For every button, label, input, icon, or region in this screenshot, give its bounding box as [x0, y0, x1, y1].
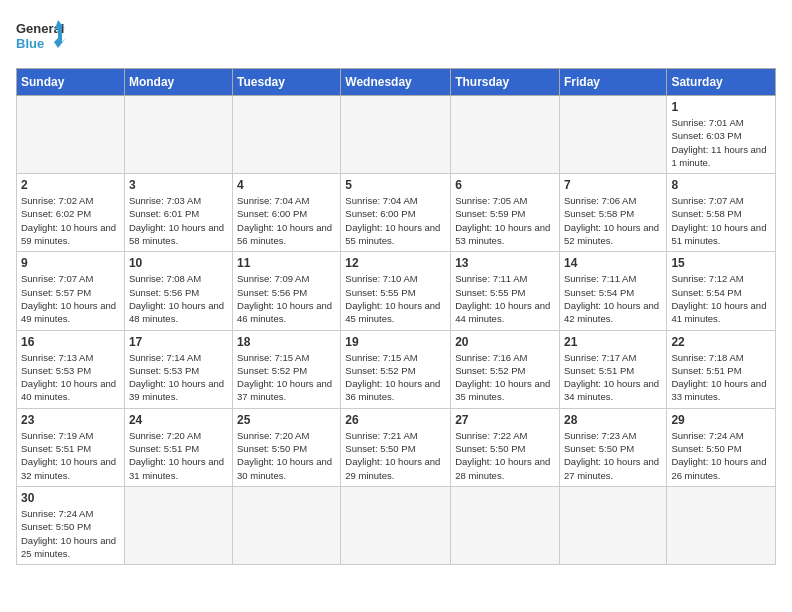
- day-info: Sunrise: 7:22 AMSunset: 5:50 PMDaylight:…: [455, 429, 555, 482]
- day-info: Sunrise: 7:13 AMSunset: 5:53 PMDaylight:…: [21, 351, 120, 404]
- calendar-week-row: 1Sunrise: 7:01 AMSunset: 6:03 PMDaylight…: [17, 96, 776, 174]
- calendar-day-cell: 28Sunrise: 7:23 AMSunset: 5:50 PMDayligh…: [559, 408, 666, 486]
- day-info: Sunrise: 7:07 AMSunset: 5:58 PMDaylight:…: [671, 194, 771, 247]
- calendar-day-cell: 9Sunrise: 7:07 AMSunset: 5:57 PMDaylight…: [17, 252, 125, 330]
- calendar-day-cell: [451, 96, 560, 174]
- calendar-week-row: 16Sunrise: 7:13 AMSunset: 5:53 PMDayligh…: [17, 330, 776, 408]
- calendar-day-cell: 15Sunrise: 7:12 AMSunset: 5:54 PMDayligh…: [667, 252, 776, 330]
- day-info: Sunrise: 7:15 AMSunset: 5:52 PMDaylight:…: [237, 351, 336, 404]
- day-info: Sunrise: 7:24 AMSunset: 5:50 PMDaylight:…: [21, 507, 120, 560]
- day-info: Sunrise: 7:11 AMSunset: 5:55 PMDaylight:…: [455, 272, 555, 325]
- day-number: 5: [345, 178, 446, 192]
- calendar-day-cell: [17, 96, 125, 174]
- day-info: Sunrise: 7:16 AMSunset: 5:52 PMDaylight:…: [455, 351, 555, 404]
- calendar-header-cell: Thursday: [451, 69, 560, 96]
- day-info: Sunrise: 7:06 AMSunset: 5:58 PMDaylight:…: [564, 194, 662, 247]
- calendar-header-cell: Wednesday: [341, 69, 451, 96]
- day-number: 12: [345, 256, 446, 270]
- calendar-day-cell: 1Sunrise: 7:01 AMSunset: 6:03 PMDaylight…: [667, 96, 776, 174]
- calendar-day-cell: 2Sunrise: 7:02 AMSunset: 6:02 PMDaylight…: [17, 174, 125, 252]
- calendar-table: SundayMondayTuesdayWednesdayThursdayFrid…: [16, 68, 776, 565]
- day-number: 8: [671, 178, 771, 192]
- day-number: 10: [129, 256, 228, 270]
- day-info: Sunrise: 7:15 AMSunset: 5:52 PMDaylight:…: [345, 351, 446, 404]
- day-number: 2: [21, 178, 120, 192]
- day-number: 29: [671, 413, 771, 427]
- day-info: Sunrise: 7:05 AMSunset: 5:59 PMDaylight:…: [455, 194, 555, 247]
- day-number: 30: [21, 491, 120, 505]
- calendar-week-row: 23Sunrise: 7:19 AMSunset: 5:51 PMDayligh…: [17, 408, 776, 486]
- day-number: 14: [564, 256, 662, 270]
- calendar-day-cell: 18Sunrise: 7:15 AMSunset: 5:52 PMDayligh…: [233, 330, 341, 408]
- calendar-header-cell: Friday: [559, 69, 666, 96]
- calendar-day-cell: 3Sunrise: 7:03 AMSunset: 6:01 PMDaylight…: [124, 174, 232, 252]
- day-info: Sunrise: 7:23 AMSunset: 5:50 PMDaylight:…: [564, 429, 662, 482]
- calendar-day-cell: [124, 96, 232, 174]
- calendar-header-cell: Tuesday: [233, 69, 341, 96]
- calendar-day-cell: 4Sunrise: 7:04 AMSunset: 6:00 PMDaylight…: [233, 174, 341, 252]
- day-number: 3: [129, 178, 228, 192]
- calendar-day-cell: 26Sunrise: 7:21 AMSunset: 5:50 PMDayligh…: [341, 408, 451, 486]
- day-number: 1: [671, 100, 771, 114]
- day-info: Sunrise: 7:12 AMSunset: 5:54 PMDaylight:…: [671, 272, 771, 325]
- calendar-day-cell: 10Sunrise: 7:08 AMSunset: 5:56 PMDayligh…: [124, 252, 232, 330]
- day-number: 4: [237, 178, 336, 192]
- day-info: Sunrise: 7:14 AMSunset: 5:53 PMDaylight:…: [129, 351, 228, 404]
- calendar-header-row: SundayMondayTuesdayWednesdayThursdayFrid…: [17, 69, 776, 96]
- day-number: 19: [345, 335, 446, 349]
- day-info: Sunrise: 7:04 AMSunset: 6:00 PMDaylight:…: [237, 194, 336, 247]
- day-info: Sunrise: 7:04 AMSunset: 6:00 PMDaylight:…: [345, 194, 446, 247]
- calendar-day-cell: [667, 486, 776, 564]
- day-number: 17: [129, 335, 228, 349]
- day-number: 26: [345, 413, 446, 427]
- calendar-day-cell: 24Sunrise: 7:20 AMSunset: 5:51 PMDayligh…: [124, 408, 232, 486]
- day-number: 18: [237, 335, 336, 349]
- day-number: 6: [455, 178, 555, 192]
- calendar-day-cell: 12Sunrise: 7:10 AMSunset: 5:55 PMDayligh…: [341, 252, 451, 330]
- day-number: 22: [671, 335, 771, 349]
- day-number: 13: [455, 256, 555, 270]
- day-info: Sunrise: 7:07 AMSunset: 5:57 PMDaylight:…: [21, 272, 120, 325]
- calendar-day-cell: 19Sunrise: 7:15 AMSunset: 5:52 PMDayligh…: [341, 330, 451, 408]
- calendar-header-cell: Monday: [124, 69, 232, 96]
- day-number: 16: [21, 335, 120, 349]
- calendar-day-cell: [341, 486, 451, 564]
- page-header: General Blue: [16, 16, 776, 58]
- day-number: 27: [455, 413, 555, 427]
- day-number: 7: [564, 178, 662, 192]
- logo: General Blue: [16, 16, 68, 58]
- day-info: Sunrise: 7:19 AMSunset: 5:51 PMDaylight:…: [21, 429, 120, 482]
- calendar-day-cell: 8Sunrise: 7:07 AMSunset: 5:58 PMDaylight…: [667, 174, 776, 252]
- calendar-day-cell: 14Sunrise: 7:11 AMSunset: 5:54 PMDayligh…: [559, 252, 666, 330]
- day-number: 21: [564, 335, 662, 349]
- calendar-day-cell: 21Sunrise: 7:17 AMSunset: 5:51 PMDayligh…: [559, 330, 666, 408]
- calendar-day-cell: 7Sunrise: 7:06 AMSunset: 5:58 PMDaylight…: [559, 174, 666, 252]
- calendar-day-cell: [124, 486, 232, 564]
- calendar-day-cell: [341, 96, 451, 174]
- day-info: Sunrise: 7:03 AMSunset: 6:01 PMDaylight:…: [129, 194, 228, 247]
- day-info: Sunrise: 7:21 AMSunset: 5:50 PMDaylight:…: [345, 429, 446, 482]
- calendar-day-cell: 30Sunrise: 7:24 AMSunset: 5:50 PMDayligh…: [17, 486, 125, 564]
- day-number: 23: [21, 413, 120, 427]
- calendar-day-cell: [233, 486, 341, 564]
- day-number: 28: [564, 413, 662, 427]
- calendar-day-cell: 20Sunrise: 7:16 AMSunset: 5:52 PMDayligh…: [451, 330, 560, 408]
- calendar-day-cell: [233, 96, 341, 174]
- calendar-day-cell: 11Sunrise: 7:09 AMSunset: 5:56 PMDayligh…: [233, 252, 341, 330]
- day-info: Sunrise: 7:20 AMSunset: 5:50 PMDaylight:…: [237, 429, 336, 482]
- calendar-day-cell: 29Sunrise: 7:24 AMSunset: 5:50 PMDayligh…: [667, 408, 776, 486]
- day-number: 24: [129, 413, 228, 427]
- calendar-header-cell: Sunday: [17, 69, 125, 96]
- calendar-day-cell: 6Sunrise: 7:05 AMSunset: 5:59 PMDaylight…: [451, 174, 560, 252]
- calendar-day-cell: 22Sunrise: 7:18 AMSunset: 5:51 PMDayligh…: [667, 330, 776, 408]
- calendar-day-cell: 27Sunrise: 7:22 AMSunset: 5:50 PMDayligh…: [451, 408, 560, 486]
- calendar-day-cell: 16Sunrise: 7:13 AMSunset: 5:53 PMDayligh…: [17, 330, 125, 408]
- calendar-day-cell: [559, 96, 666, 174]
- day-info: Sunrise: 7:20 AMSunset: 5:51 PMDaylight:…: [129, 429, 228, 482]
- calendar-header-cell: Saturday: [667, 69, 776, 96]
- logo-svg: General Blue: [16, 16, 68, 58]
- calendar-day-cell: 23Sunrise: 7:19 AMSunset: 5:51 PMDayligh…: [17, 408, 125, 486]
- day-info: Sunrise: 7:02 AMSunset: 6:02 PMDaylight:…: [21, 194, 120, 247]
- calendar-day-cell: 17Sunrise: 7:14 AMSunset: 5:53 PMDayligh…: [124, 330, 232, 408]
- day-number: 20: [455, 335, 555, 349]
